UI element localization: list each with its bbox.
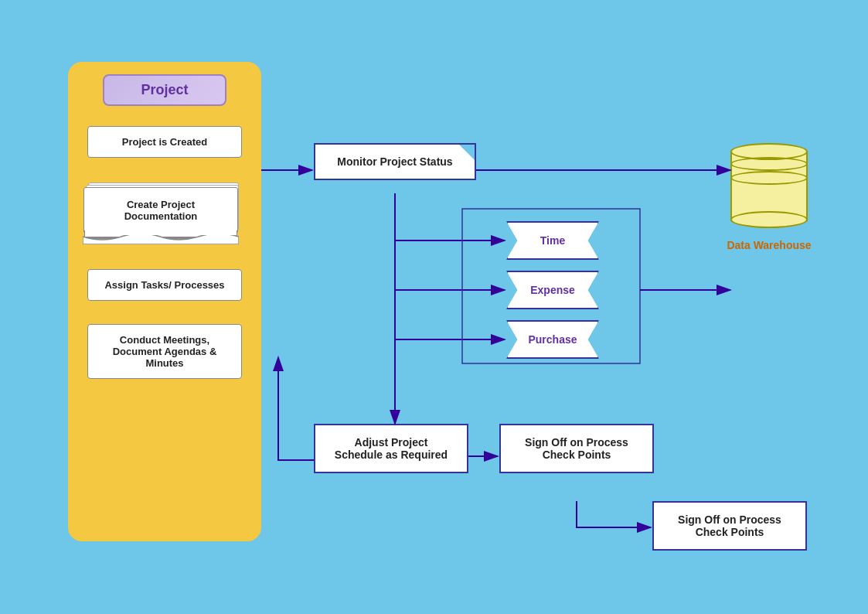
data-warehouse-label: Data Warehouse	[715, 239, 823, 251]
conduct-meetings-box: Conduct Meetings, Document Agendas & Min…	[87, 324, 242, 379]
sign-off-2-box: Sign Off on Process Check Points	[652, 501, 807, 551]
expense-hexagon: Expense	[506, 271, 599, 309]
time-label: Time	[506, 221, 599, 260]
data-warehouse-shape: Data Warehouse	[730, 143, 808, 228]
diagram-container: Project Project is Created Create Projec…	[0, 0, 868, 614]
purchase-label: Purchase	[506, 320, 599, 359]
swimlane-panel: Project Project is Created Create Projec…	[68, 62, 261, 541]
sign-off-1-box: Sign Off on Process Check Points	[499, 424, 654, 473]
monitor-project-box: Monitor Project Status	[314, 143, 476, 180]
purchase-hexagon: Purchase	[506, 320, 599, 359]
expense-label: Expense	[506, 271, 599, 309]
swimlane-title: Project	[103, 74, 226, 106]
create-doc-shape: Create Project Documentation	[83, 187, 246, 234]
adjust-schedule-box: Adjust Project Schedule as Required	[314, 424, 468, 473]
time-hexagon: Time	[506, 221, 599, 260]
create-doc-label: Create Project Documentation	[83, 187, 238, 234]
assign-tasks-box: Assign Tasks/ Processes	[87, 269, 242, 301]
project-created-box: Project is Created	[87, 126, 242, 158]
